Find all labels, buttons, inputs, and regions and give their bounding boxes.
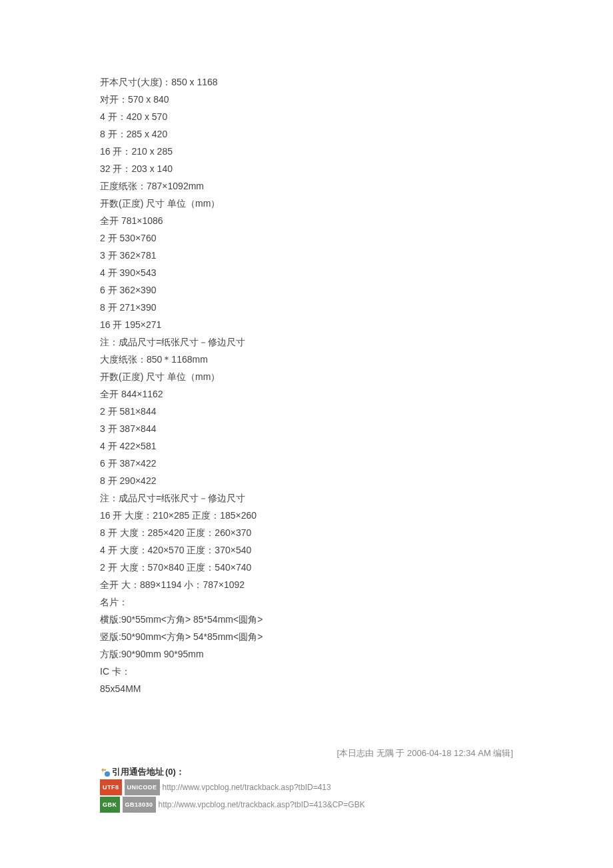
encoding-badge: GB18030 [123,797,156,813]
content-line: 16 开 195×271 [100,316,513,333]
trackback-url[interactable]: http://www.vpcblog.net/trackback.asp?tbI… [159,797,365,812]
encoding-badge: GBK [100,797,120,813]
content-line: 4 开 大度：420×570 正度：370×540 [100,541,513,559]
content-line: 注：成品尺寸=纸张尺寸－修边尺寸 [100,489,513,507]
content-line: 横版:90*55mm<方角> 85*54mm<圆角> [100,611,513,628]
content-line: 3 开 387×844 [100,420,513,437]
content-line: 16 开：210 x 285 [100,143,513,160]
content-line: 8 开：285 x 420 [100,125,513,143]
content-line: 3 开 362×781 [100,247,513,264]
content-line: 2 开 581×844 [100,403,513,420]
svg-point-0 [105,771,110,777]
edit-note: [本日志由 无隅 于 2006-04-18 12:34 AM 编辑] [100,747,513,759]
content-line: 全开 781×1086 [100,212,513,229]
content-line: 8 开 271×390 [100,299,513,316]
content-line: 开本尺寸(大度)：850 x 1168 [100,73,513,91]
trackback-row: UTF8UNICODEhttp://www.vpcblog.net/trackb… [100,779,513,795]
content-line: 竖版:50*90mm<方角> 54*85mm<圆角> [100,628,513,645]
content-line: 6 开 362×390 [100,281,513,299]
content-line: 4 开 390×543 [100,264,513,281]
trackback-count: (0)： [165,766,185,778]
trackback-icon [100,767,111,777]
content-line: 全开 大：889×1194 小：787×1092 [100,576,513,593]
content-line: 8 开 大度：285×420 正度：260×370 [100,524,513,541]
content-line: 注：成品尺寸=纸张尺寸－修边尺寸 [100,333,513,351]
trackback-row: GBKGB18030http://www.vpcblog.net/trackba… [100,797,513,813]
trackback-rows: UTF8UNICODEhttp://www.vpcblog.net/trackb… [100,779,513,813]
content-line: 2 开 530×760 [100,229,513,247]
content-line: 方版:90*90mm 90*95mm [100,645,513,663]
content-line: 名片： [100,593,513,611]
content-line: 16 开 大度：210×285 正度：185×260 [100,507,513,524]
content-line: 4 开：420 x 570 [100,108,513,125]
content-line: 6 开 387×422 [100,455,513,472]
trackback-url[interactable]: http://www.vpcblog.net/trackback.asp?tbI… [163,780,331,795]
content-line: 2 开 大度：570×840 正度：540×740 [100,559,513,576]
content-line: 32 开：203 x 140 [100,160,513,177]
content-line: IC 卡： [100,663,513,680]
content-line: 85x54MM [100,680,513,697]
content-line: 开数(正度) 尺寸 单位（mm） [100,195,513,212]
encoding-badge: UNICODE [125,779,160,795]
trackback-header-label: 引用通告地址 [112,766,164,778]
content-line: 对开：570 x 840 [100,91,513,108]
content-line: 大度纸张：850＊1168mm [100,351,513,368]
content-line: 8 开 290×422 [100,472,513,489]
content-line: 正度纸张：787×1092mm [100,177,513,195]
content-line: 4 开 422×581 [100,437,513,455]
encoding-badge: UTF8 [100,779,122,795]
article-content: 开本尺寸(大度)：850 x 1168对开：570 x 8404 开：420 x… [100,73,513,697]
content-line: 开数(正度) 尺寸 单位（mm） [100,368,513,385]
trackback-header: 引用通告地址 (0)： [100,766,513,778]
content-line: 全开 844×1162 [100,385,513,403]
